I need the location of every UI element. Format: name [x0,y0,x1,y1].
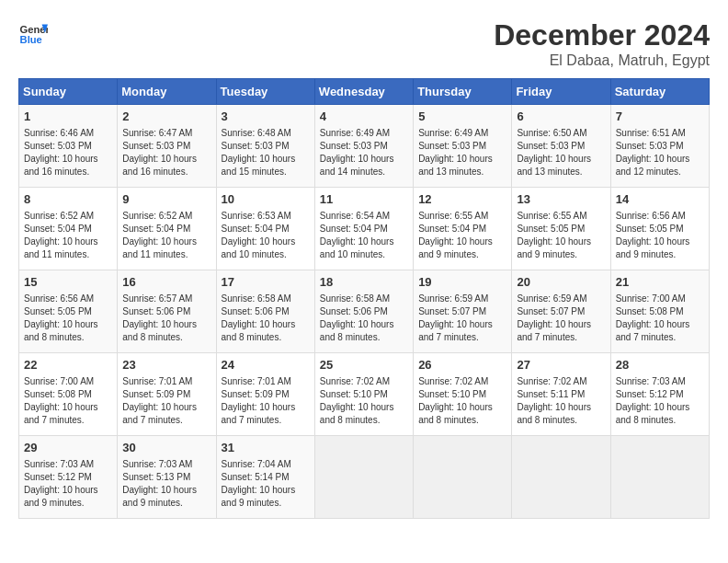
day-info: Sunrise: 6:53 AM Sunset: 5:04 PM Dayligh… [222,210,310,261]
calendar-cell: 19Sunrise: 6:59 AM Sunset: 5:07 PM Dayli… [414,270,512,353]
day-info: Sunrise: 6:56 AM Sunset: 5:05 PM Dayligh… [616,210,704,261]
day-info: Sunrise: 7:03 AM Sunset: 5:13 PM Dayligh… [122,458,210,510]
day-of-week-header: Friday [512,79,610,105]
calendar-cell: 12Sunrise: 6:55 AM Sunset: 5:04 PM Dayli… [414,188,512,270]
calendar-cell: 8Sunrise: 6:52 AM Sunset: 5:04 PM Daylig… [19,188,118,270]
page-header: General Blue December 2024 El Dabaa, Mat… [18,18,710,69]
calendar-cell: 29Sunrise: 7:03 AM Sunset: 5:12 PM Dayli… [19,436,118,519]
day-of-week-header: Saturday [610,79,709,105]
calendar-week-row: 8Sunrise: 6:52 AM Sunset: 5:04 PM Daylig… [19,188,710,270]
day-of-week-header: Sunday [19,79,118,105]
calendar-week-row: 1Sunrise: 6:46 AM Sunset: 5:03 PM Daylig… [19,105,710,188]
day-info: Sunrise: 6:55 AM Sunset: 5:05 PM Dayligh… [517,210,605,261]
calendar-cell: 15Sunrise: 6:56 AM Sunset: 5:05 PM Dayli… [19,270,118,353]
day-info: Sunrise: 6:57 AM Sunset: 5:06 PM Dayligh… [122,293,210,344]
day-info: Sunrise: 7:01 AM Sunset: 5:09 PM Dayligh… [222,375,310,427]
calendar-cell: 13Sunrise: 6:55 AM Sunset: 5:05 PM Dayli… [512,188,610,270]
calendar-cell: 3Sunrise: 6:48 AM Sunset: 5:03 PM Daylig… [216,105,314,188]
day-number: 8 [24,191,112,208]
day-number: 18 [320,274,408,291]
day-info: Sunrise: 7:01 AM Sunset: 5:09 PM Dayligh… [122,375,210,427]
day-of-week-header: Thursday [414,79,512,105]
day-info: Sunrise: 6:58 AM Sunset: 5:06 PM Dayligh… [320,293,408,344]
calendar-cell: 6Sunrise: 6:50 AM Sunset: 5:03 PM Daylig… [512,105,610,188]
calendar-week-row: 15Sunrise: 6:56 AM Sunset: 5:05 PM Dayli… [19,270,710,353]
day-number: 7 [616,109,704,125]
calendar-cell: 27Sunrise: 7:02 AM Sunset: 5:11 PM Dayli… [512,353,610,436]
day-info: Sunrise: 7:00 AM Sunset: 5:08 PM Dayligh… [616,293,704,344]
day-number: 17 [222,274,310,291]
calendar-cell: 7Sunrise: 6:51 AM Sunset: 5:03 PM Daylig… [610,105,709,188]
day-number: 3 [222,109,310,125]
day-number: 23 [122,357,210,373]
calendar-cell: 1Sunrise: 6:46 AM Sunset: 5:03 PM Daylig… [19,105,118,188]
day-number: 26 [418,357,506,373]
day-info: Sunrise: 6:52 AM Sunset: 5:04 PM Dayligh… [24,210,112,261]
day-info: Sunrise: 6:46 AM Sunset: 5:03 PM Dayligh… [24,127,112,178]
day-number: 25 [320,357,408,373]
day-number: 5 [418,109,506,125]
calendar-cell: 25Sunrise: 7:02 AM Sunset: 5:10 PM Dayli… [314,353,413,436]
logo: General Blue [18,18,48,48]
day-number: 11 [320,191,408,208]
calendar-week-row: 22Sunrise: 7:00 AM Sunset: 5:08 PM Dayli… [19,353,710,436]
day-number: 31 [222,440,310,456]
day-info: Sunrise: 7:04 AM Sunset: 5:14 PM Dayligh… [222,458,310,510]
calendar-cell [512,436,610,519]
day-number: 21 [616,274,704,291]
day-info: Sunrise: 6:58 AM Sunset: 5:06 PM Dayligh… [222,293,310,344]
day-number: 2 [122,109,210,125]
day-number: 24 [222,357,310,373]
logo-icon: General Blue [18,18,48,48]
day-of-week-header: Monday [118,79,216,105]
calendar-cell: 18Sunrise: 6:58 AM Sunset: 5:06 PM Dayli… [314,270,413,353]
day-info: Sunrise: 6:55 AM Sunset: 5:04 PM Dayligh… [418,210,506,261]
day-number: 10 [222,191,310,208]
day-number: 22 [24,357,112,373]
month-title: December 2024 [494,18,710,52]
day-info: Sunrise: 6:47 AM Sunset: 5:03 PM Dayligh… [122,127,210,178]
calendar-cell: 21Sunrise: 7:00 AM Sunset: 5:08 PM Dayli… [610,270,709,353]
day-number: 4 [320,109,408,125]
calendar-table: SundayMondayTuesdayWednesdayThursdayFrid… [18,78,710,519]
day-number: 14 [616,191,704,208]
day-info: Sunrise: 7:02 AM Sunset: 5:11 PM Dayligh… [517,375,605,427]
day-info: Sunrise: 6:51 AM Sunset: 5:03 PM Dayligh… [616,127,704,178]
calendar-cell: 24Sunrise: 7:01 AM Sunset: 5:09 PM Dayli… [216,353,314,436]
day-number: 30 [122,440,210,456]
calendar-cell: 9Sunrise: 6:52 AM Sunset: 5:04 PM Daylig… [118,188,216,270]
title-block: December 2024 El Dabaa, Matruh, Egypt [494,18,710,69]
day-info: Sunrise: 6:56 AM Sunset: 5:05 PM Dayligh… [24,293,112,344]
day-info: Sunrise: 6:54 AM Sunset: 5:04 PM Dayligh… [320,210,408,261]
calendar-cell [610,436,709,519]
calendar-cell: 10Sunrise: 6:53 AM Sunset: 5:04 PM Dayli… [216,188,314,270]
calendar-cell: 26Sunrise: 7:02 AM Sunset: 5:10 PM Dayli… [414,353,512,436]
calendar-cell: 16Sunrise: 6:57 AM Sunset: 5:06 PM Dayli… [118,270,216,353]
svg-text:Blue: Blue [20,34,42,45]
calendar-cell: 11Sunrise: 6:54 AM Sunset: 5:04 PM Dayli… [314,188,413,270]
calendar-cell [314,436,413,519]
day-info: Sunrise: 7:03 AM Sunset: 5:12 PM Dayligh… [24,458,112,510]
day-number: 28 [616,357,704,373]
day-info: Sunrise: 6:59 AM Sunset: 5:07 PM Dayligh… [517,293,605,344]
day-info: Sunrise: 7:00 AM Sunset: 5:08 PM Dayligh… [24,375,112,427]
day-info: Sunrise: 7:03 AM Sunset: 5:12 PM Dayligh… [616,375,704,427]
day-number: 27 [517,357,605,373]
calendar-cell: 23Sunrise: 7:01 AM Sunset: 5:09 PM Dayli… [118,353,216,436]
day-number: 1 [24,109,112,125]
day-info: Sunrise: 6:48 AM Sunset: 5:03 PM Dayligh… [222,127,310,178]
day-number: 9 [122,191,210,208]
day-info: Sunrise: 7:02 AM Sunset: 5:10 PM Dayligh… [418,375,506,427]
day-info: Sunrise: 6:59 AM Sunset: 5:07 PM Dayligh… [418,293,506,344]
day-info: Sunrise: 6:50 AM Sunset: 5:03 PM Dayligh… [517,127,605,178]
day-of-week-header: Wednesday [314,79,413,105]
day-number: 6 [517,109,605,125]
day-number: 19 [418,274,506,291]
calendar-cell: 5Sunrise: 6:49 AM Sunset: 5:03 PM Daylig… [414,105,512,188]
calendar-cell: 28Sunrise: 7:03 AM Sunset: 5:12 PM Dayli… [610,353,709,436]
calendar-cell: 20Sunrise: 6:59 AM Sunset: 5:07 PM Dayli… [512,270,610,353]
location: El Dabaa, Matruh, Egypt [494,52,710,69]
calendar-week-row: 29Sunrise: 7:03 AM Sunset: 5:12 PM Dayli… [19,436,710,519]
calendar-cell: 31Sunrise: 7:04 AM Sunset: 5:14 PM Dayli… [216,436,314,519]
day-number: 16 [122,274,210,291]
